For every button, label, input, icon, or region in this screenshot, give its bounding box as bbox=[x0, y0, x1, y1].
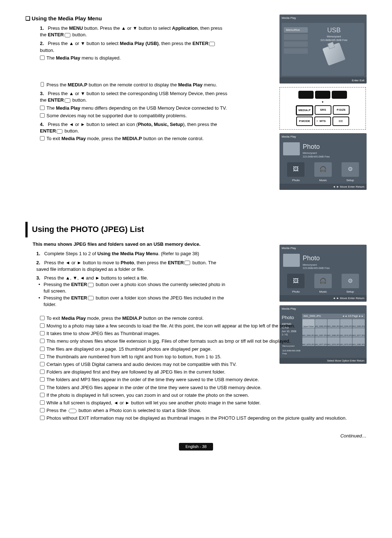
usb-tab-4 bbox=[284, 48, 308, 54]
s2-sub-1: Pressing the ENTER button over a photo i… bbox=[36, 281, 229, 294]
remote-blank-2 bbox=[315, 91, 330, 99]
section-1-heading: Using the Media Play Menu bbox=[25, 15, 229, 22]
fig-usb-header: Media Play bbox=[279, 15, 367, 21]
continued-label: Continued… bbox=[25, 433, 367, 439]
long-note-10: The folders and JPEG files appear in the… bbox=[40, 384, 367, 391]
usb-tab-2 bbox=[284, 34, 308, 40]
step-2: Press the ▲ or ▼ button to select Media … bbox=[40, 41, 216, 53]
long-note-4: This menu only shows files whose file ex… bbox=[40, 338, 367, 345]
fb-header: Media Play bbox=[279, 305, 367, 312]
long-note-9: The folders and MP3 files appear in the … bbox=[40, 376, 367, 383]
long-note-5: The files are displayed on a page. 15 th… bbox=[40, 346, 367, 352]
step-3-note-b: Some devices may not be supported due to… bbox=[40, 113, 229, 119]
menu-photo-icon: 🖼Photo bbox=[282, 162, 310, 182]
s2-step-1: Complete Steps 1 to 2 of Using the Media… bbox=[44, 251, 199, 256]
remote-blank-1 bbox=[298, 91, 314, 99]
step-3-note-a: The Media Play menu differs depending on… bbox=[40, 105, 229, 111]
s2-step-3: Press the ▲, ▼, ◄ and ► buttons to selec… bbox=[44, 275, 148, 281]
photo-menu-title: Photo bbox=[303, 142, 330, 151]
long-note-6: The thumbnails are numbered from left to… bbox=[40, 354, 367, 360]
long-note-7: Certain types of USB Digital camera and … bbox=[40, 361, 367, 368]
remote-pmode-button: P.MODE bbox=[296, 117, 313, 126]
long-note-13: Press the button when a Photo icon is se… bbox=[40, 407, 367, 414]
remote-media-p-button: MEDIA.P bbox=[296, 105, 313, 115]
photo-menu-preview-icon bbox=[283, 142, 300, 155]
remote-shortcut-note: Press the MEDIA.P button on the remote c… bbox=[40, 82, 229, 88]
photo-menu-free: 315.0MB/495.0MB Free bbox=[303, 155, 330, 159]
photo-menu-free-2: 315.0MB/495.0MB Free bbox=[303, 266, 330, 270]
step-3: Press the ▲ or ▼ button to select the co… bbox=[40, 91, 227, 103]
usb-stick-icon bbox=[322, 42, 346, 66]
remote-blank-3 bbox=[332, 91, 347, 99]
section-2-steps: 1. Complete Steps 1 to 2 of Using the Me… bbox=[25, 250, 229, 308]
step-4-note: To exit Media Play mode, press the MEDIA… bbox=[40, 135, 229, 142]
remote-srs-button: SRS bbox=[315, 105, 331, 115]
section-2-title: Using the PHOTO (JPEG) List bbox=[25, 222, 367, 237]
photo-menu-preview-icon-2 bbox=[283, 254, 300, 267]
s2-step-2: Press the ◄ or ► button to move to Photo… bbox=[36, 260, 216, 272]
page-footer: English - 38 bbox=[179, 443, 213, 451]
long-note-1: To exit Media Play mode, press the MEDIA… bbox=[40, 315, 367, 322]
menu-setup-icon-2: ⚙Setup bbox=[336, 274, 364, 294]
long-note-12: While a full screen is displayed, ◄ or ►… bbox=[40, 400, 367, 406]
remote-psize-button: P.SIZE bbox=[333, 105, 350, 115]
usb-free: 315.0MB/495.0MB Free bbox=[306, 38, 362, 42]
menu-photo-icon-2: 🖼Photo bbox=[282, 274, 310, 294]
remote-cc-button: CC bbox=[332, 117, 349, 126]
figure-remote-buttons: ● MEDIA.P SRS P.SIZE P.MODE MTS CC bbox=[279, 87, 366, 129]
section-2-long-notes: To exit Media Play mode, press the MEDIA… bbox=[25, 315, 367, 422]
long-note-11: If the photo is displayed in full screen… bbox=[40, 392, 367, 399]
section-1-steps: 1. Press the MENU button. Press the ▲ or… bbox=[25, 25, 229, 142]
usb-memcard: Memorycard bbox=[306, 35, 362, 38]
section-2-subtitle: This menu shows JPEG files and folders s… bbox=[25, 241, 229, 248]
step-1: Press the MENU button. Press the ▲ or ▼ … bbox=[40, 25, 222, 37]
step-4: Press the ◄ or ► button to select an ico… bbox=[40, 122, 217, 134]
long-note-2: Moving to a photo may take a few seconds… bbox=[40, 323, 367, 329]
usb-footer: Enter Exit bbox=[279, 77, 367, 83]
figure-photo-menu-2: Media Play Photo Memorycard 315.0MB/495.… bbox=[279, 245, 367, 301]
photo-menu-memcard: Memorycard bbox=[303, 151, 330, 155]
long-note-8: Folders are displayed first and they are… bbox=[40, 369, 367, 375]
menu-music-icon: 🎧Music bbox=[310, 162, 337, 182]
step-2-note: The Media Play menu is displayed. bbox=[40, 55, 229, 61]
figure-usb-screen: Media Play MemoRive USB Memorycard 315.0… bbox=[279, 15, 367, 83]
photo-menu-footer-2: ◄ ► Move Enter Return bbox=[279, 295, 367, 301]
s2-sub-2: Pressing the ENTER button over a folder … bbox=[36, 295, 229, 308]
menu-setup-icon: ⚙Setup bbox=[336, 162, 364, 182]
figure-photo-menu: Media Play Photo Memorycard 315.0MB/495.… bbox=[279, 133, 367, 190]
usb-tab-memorive: MemoRive bbox=[284, 27, 308, 33]
usb-title: USB bbox=[306, 26, 362, 35]
photo-menu-title-2: Photo bbox=[303, 254, 330, 263]
photo-menu-footer: ◄ ► Move Enter Return bbox=[279, 184, 367, 190]
menu-music-icon-2: 🎧Music bbox=[310, 274, 337, 294]
long-note-14: Photos without EXIT information may not … bbox=[40, 415, 367, 421]
long-note-3: It takes time to show JPEG files as Thum… bbox=[40, 330, 367, 337]
fig-photo-header: Media Play bbox=[279, 133, 367, 140]
photo-menu-memcard-2: Memorycard bbox=[303, 263, 330, 267]
usb-tab-3 bbox=[284, 41, 308, 47]
fig-photo-header-2: Media Play bbox=[279, 245, 367, 252]
remote-mts-button: MTS bbox=[314, 117, 331, 126]
